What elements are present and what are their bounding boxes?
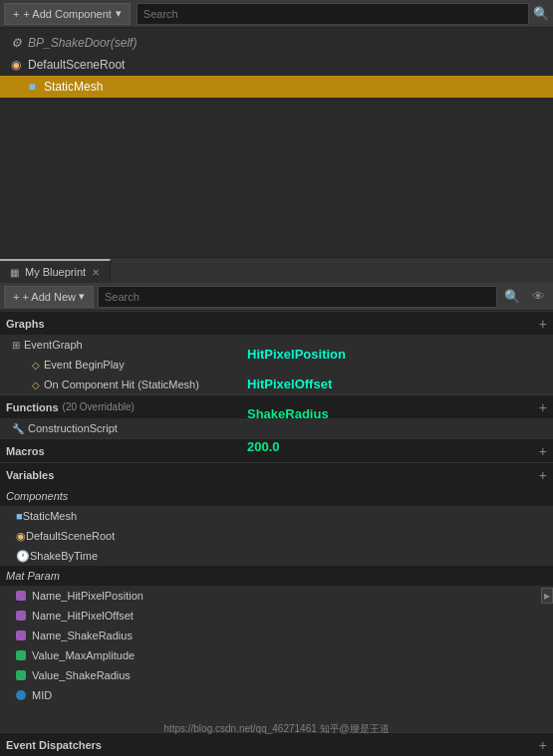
eventgraph-item[interactable]: ⊞ EventGraph: [0, 335, 553, 355]
gear-icon: ⚙: [8, 35, 24, 51]
component-staticmesh[interactable]: ■ StaticMesh: [0, 506, 541, 526]
add-component-label: + Add Component: [23, 8, 111, 20]
search-input-top[interactable]: [137, 3, 529, 25]
macros-title: Macros: [6, 445, 45, 457]
var-dot-purple-2: [16, 611, 26, 621]
variables-title: Variables: [6, 469, 54, 481]
event-dispatchers-add-button[interactable]: +: [539, 737, 547, 753]
construction-script-label: ConstructionScript: [28, 422, 118, 434]
var-value-maxamplitude[interactable]: Value_MaxAmplitude ▶: [0, 645, 541, 665]
construction-script-item[interactable]: 🔧 ConstructionScript: [0, 418, 553, 438]
wrench-icon: 🔧: [12, 423, 24, 434]
components-panel: Components ■ StaticMesh ◉ DefaultSceneRo…: [0, 486, 553, 705]
dropdown-arrow-icon: ▾: [116, 7, 122, 20]
blueprint-panel: + + Add New ▾ 🔍 👁 Graphs + ⊞ EventGraph …: [0, 283, 553, 756]
macros-add-button[interactable]: +: [539, 443, 547, 459]
components-header: Components: [0, 486, 553, 506]
blueprint-tab-icon: ▦: [10, 267, 19, 278]
component-staticmesh-label: StaticMesh: [23, 510, 77, 522]
cube-icon: ■: [24, 79, 40, 95]
var-name-shakeradius-label: Name_ShakeRadius: [32, 630, 133, 641]
graphs-title: Graphs: [6, 318, 45, 330]
add-new-label: + Add New: [22, 291, 76, 303]
plus-icon: +: [13, 8, 19, 20]
defaultsceneroot-label: DefaultSceneRoot: [28, 58, 125, 72]
scroll-arrow-5[interactable]: ▶: [541, 588, 553, 604]
var-name-hitpixelposition[interactable]: Name_HitPixelPosition ▶: [0, 586, 541, 606]
globe-icon-2: ◉: [16, 530, 26, 543]
component-shakebytime-label: ShakeByTime: [30, 550, 98, 562]
functions-add-button[interactable]: +: [539, 399, 547, 415]
self-item-label: BP_ShakeDoor(self): [28, 36, 137, 50]
component-tree: ⚙ BP_ShakeDoor(self) ◉ DefaultSceneRoot …: [0, 28, 553, 257]
graphs-add-button[interactable]: +: [539, 316, 547, 332]
add-component-button[interactable]: + + Add Component ▾: [4, 3, 131, 25]
var-name-shakeradius[interactable]: Name_ShakeRadius ▶: [0, 626, 541, 645]
tree-item-defaultsceneroot[interactable]: ◉ DefaultSceneRoot: [0, 54, 553, 76]
top-toolbar: + + Add Component ▾ 🔍: [0, 0, 553, 28]
variables-add-button[interactable]: +: [539, 467, 547, 483]
var-value-maxamplitude-label: Value_MaxAmplitude: [32, 649, 135, 661]
tab-close-button[interactable]: ✕: [92, 267, 100, 278]
search-icon-top: 🔍: [533, 6, 549, 21]
globe-icon: ◉: [8, 57, 24, 73]
mat-param-header: Mat Param: [0, 566, 553, 586]
components-title: Components: [6, 490, 68, 502]
var-name-hitpixeloffset[interactable]: Name_HitPixelOffset ▶: [0, 606, 541, 626]
var-value-shakeradius[interactable]: Value_ShakeRadius ▶: [0, 665, 541, 685]
main-layout: + + Add Component ▾ 🔍 ⚙ BP_ShakeDoor(sel…: [0, 0, 553, 756]
event-beginplay-label: Event BeginPlay: [44, 359, 125, 371]
functions-title: Functions: [6, 401, 59, 413]
search-input-secondary[interactable]: [98, 286, 497, 308]
event-dispatchers-title: Event Dispatchers: [6, 739, 102, 751]
var-value-shakeradius-label: Value_ShakeRadius: [32, 669, 131, 681]
event-beginplay-item[interactable]: ◇ Event BeginPlay: [0, 355, 553, 375]
tree-item-staticmesh[interactable]: ■ StaticMesh: [0, 76, 553, 98]
var-dot-purple-3: [16, 630, 26, 640]
var-dot-green-2: [16, 670, 26, 680]
components-content: ■ StaticMesh ◉ DefaultSceneRoot 🕐 ShakeB…: [0, 506, 553, 566]
event-dispatchers-section[interactable]: Event Dispatchers +: [0, 732, 553, 756]
var-mid-label: MID: [32, 689, 52, 701]
eventgraph-label: EventGraph: [24, 339, 83, 351]
component-defaultsceneroot[interactable]: ◉ DefaultSceneRoot: [0, 526, 541, 546]
tree-self-item[interactable]: ⚙ BP_ShakeDoor(self): [0, 32, 553, 54]
component-defaultsceneroot-label: DefaultSceneRoot: [26, 530, 115, 542]
staticmesh-label: StaticMesh: [44, 80, 103, 94]
var-dot-green-1: [16, 650, 26, 660]
plus-icon-2: +: [13, 291, 19, 303]
add-new-button[interactable]: + + Add New ▾: [4, 286, 94, 308]
diamond-icon-2: ◇: [32, 379, 40, 390]
component-shakebytime[interactable]: 🕐 ShakeByTime: [0, 546, 541, 566]
tab-label: My Blueprint: [25, 266, 86, 278]
functions-subtitle: (20 Overridable): [63, 401, 135, 412]
functions-section-header[interactable]: Functions (20 Overridable) +: [0, 394, 553, 418]
graphs-section-header[interactable]: Graphs +: [0, 311, 553, 335]
mat-param-title: Mat Param: [6, 570, 60, 582]
clock-icon: 🕐: [16, 550, 30, 563]
var-name-hitpixeloffset-label: Name_HitPixelOffset: [32, 610, 134, 622]
tab-bar: ▦ My Blueprint ✕: [0, 257, 553, 283]
var-name-hitpixelposition-label: Name_HitPixelPosition: [32, 590, 143, 602]
var-mid[interactable]: MID: [0, 685, 541, 705]
search-icon-btn[interactable]: 🔍: [501, 286, 523, 308]
cube-icon-2: ■: [16, 510, 23, 522]
tab-my-blueprint[interactable]: ▦ My Blueprint ✕: [0, 259, 111, 283]
macros-section-header[interactable]: Macros +: [0, 438, 553, 462]
mat-param-content: Name_HitPixelPosition ▶ Name_HitPixelOff…: [0, 586, 553, 705]
eye-icon-btn[interactable]: 👁: [527, 286, 549, 308]
var-dot-purple-1: [16, 591, 26, 601]
dropdown-icon-2: ▾: [79, 290, 85, 303]
on-component-hit-label: On Component Hit (StaticMesh): [44, 378, 199, 390]
var-dot-blue-circle: [16, 690, 26, 700]
on-component-hit-item[interactable]: ◇ On Component Hit (StaticMesh): [0, 375, 553, 394]
diamond-icon-1: ◇: [32, 360, 40, 371]
secondary-toolbar: + + Add New ▾ 🔍 👁: [0, 283, 553, 311]
graph-icon: ⊞: [12, 340, 20, 351]
variables-section-header[interactable]: Variables +: [0, 462, 553, 486]
